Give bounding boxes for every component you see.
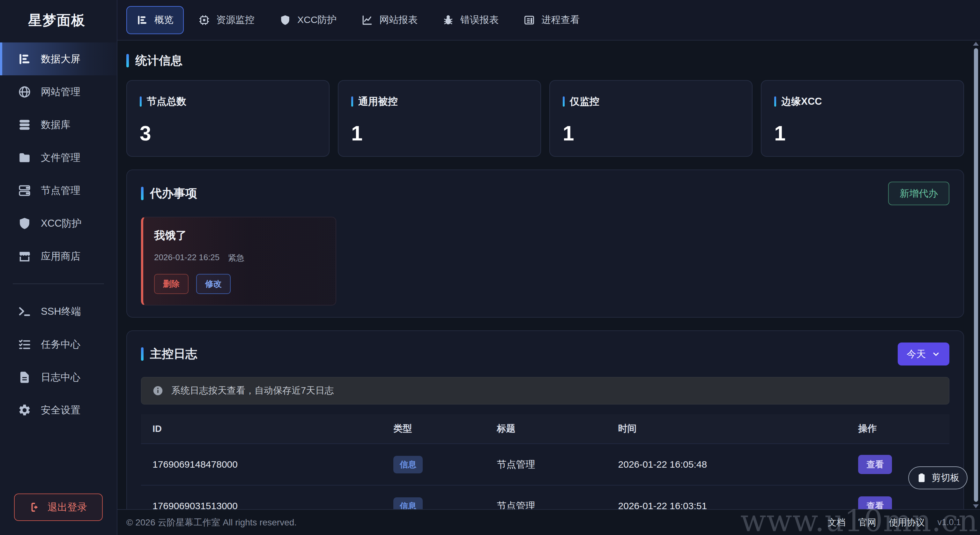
column-header-id: ID <box>141 414 382 444</box>
chevron-down-icon <box>932 350 940 358</box>
scrollbar <box>973 42 979 508</box>
notice-text: 系统日志按天查看，自动保存近7天日志 <box>171 384 334 397</box>
logout-button[interactable]: 退出登录 <box>14 493 103 521</box>
stat-card-edge-xcc: 边缘XCC 1 <box>761 80 964 157</box>
clipboard-button[interactable]: 剪切板 <box>908 466 967 489</box>
log-type-badge: 信息 <box>393 456 423 473</box>
copyright-text: © 2026 云阶星幕工作室 All rights reserved. <box>126 516 297 529</box>
tab-label: XCC防护 <box>298 13 337 27</box>
logs-section-title: 主控日志 <box>141 346 197 362</box>
table-header-row: ID 类型 标题 时间 操作 <box>141 414 950 444</box>
app-logo: 星梦面板 <box>0 0 117 40</box>
sidebar-item-appstore[interactable]: 应用商店 <box>0 240 117 273</box>
logs-panel: 主控日志 今天 系统日志按天查看，自动保存近7天日志 ID 类 <box>126 331 964 509</box>
accent-bar <box>126 54 129 67</box>
sidebar-item-label: XCC防护 <box>41 217 81 230</box>
sidebar-item-label: 节点管理 <box>41 184 80 197</box>
sidebar-item-nodes[interactable]: 节点管理 <box>0 174 117 207</box>
tab-xcc-protect[interactable]: XCC防护 <box>269 6 347 34</box>
log-title: 节点管理 <box>485 444 606 485</box>
column-header-action: 操作 <box>846 414 950 444</box>
view-log-button[interactable]: 查看 <box>858 497 892 509</box>
footer: © 2026 云阶星幕工作室 All rights reserved. 文档 官… <box>118 509 980 535</box>
tasks-icon <box>18 338 31 351</box>
sidebar-item-files[interactable]: 文件管理 <box>0 141 117 174</box>
accent-bar <box>774 96 776 107</box>
stat-value: 1 <box>774 121 951 145</box>
process-list-icon <box>523 14 535 26</box>
log-id: 1769069031513000 <box>141 485 382 509</box>
tab-resource-monitor[interactable]: 资源监控 <box>188 6 265 34</box>
scroll-up-arrow[interactable] <box>973 42 979 46</box>
log-time: 2026-01-22 16:03:51 <box>607 485 847 509</box>
todo-edit-button[interactable]: 修改 <box>196 274 231 294</box>
shield-icon <box>18 217 31 230</box>
log-time: 2026-01-22 16:05:48 <box>607 444 847 485</box>
table-row: 1769069148478000 信息 节点管理 2026-01-22 16:0… <box>141 444 950 485</box>
footer-link-docs[interactable]: 文档 <box>827 516 845 529</box>
sidebar-item-label: 任务中心 <box>41 338 80 351</box>
stat-label: 节点总数 <box>147 95 186 108</box>
log-day-filter-dropdown[interactable]: 今天 <box>898 343 950 366</box>
tab-overview[interactable]: 概览 <box>126 6 184 34</box>
sidebar-item-xcc[interactable]: XCC防护 <box>0 207 117 240</box>
stat-card-total-nodes: 节点总数 3 <box>126 80 329 157</box>
gear-icon <box>18 404 31 417</box>
sidebar-item-ssh[interactable]: SSH终端 <box>0 295 117 328</box>
sidebar-item-logs[interactable]: 日志中心 <box>0 361 117 394</box>
chart-bars-icon <box>137 14 148 26</box>
stat-label: 边缘XCC <box>781 95 822 108</box>
sidebar-menu: 数据大屏 网站管理 数据库 文件管理 节点管理 XCC防护 <box>0 40 117 493</box>
sidebar-divider <box>13 283 104 284</box>
log-title: 节点管理 <box>485 485 606 509</box>
tab-label: 错误报表 <box>460 13 499 27</box>
sidebar-item-tasks[interactable]: 任务中心 <box>0 328 117 361</box>
tab-process-view[interactable]: 进程查看 <box>513 6 590 34</box>
main-content: 统计信息 节点总数 3 通用被控 1 仅监控 1 边缘XCC 1 <box>118 40 980 509</box>
globe-icon <box>18 85 31 99</box>
scrollbar-thumb[interactable] <box>974 48 978 502</box>
sidebar-item-label: 数据大屏 <box>41 52 80 66</box>
sidebar-item-data-screen[interactable]: 数据大屏 <box>0 42 117 75</box>
todo-title: 我饿了 <box>154 228 325 243</box>
stat-label: 仅监控 <box>570 95 600 108</box>
store-icon <box>18 250 31 263</box>
footer-link-official-site[interactable]: 官网 <box>858 516 876 529</box>
footer-link-agreement[interactable]: 使用协议 <box>889 516 924 529</box>
stat-card-monitor-only: 仅监控 1 <box>549 80 752 157</box>
accent-bar <box>141 187 143 200</box>
sidebar: 星梦面板 数据大屏 网站管理 数据库 文件管理 节点管理 <box>0 0 118 535</box>
stat-value: 1 <box>351 121 528 145</box>
sidebar-item-label: SSH终端 <box>41 305 81 318</box>
log-id: 1769069148478000 <box>141 444 382 485</box>
stat-value: 3 <box>140 121 316 145</box>
column-header-title: 标题 <box>485 414 606 444</box>
filter-label: 今天 <box>907 348 926 361</box>
terminal-icon <box>18 305 31 318</box>
database-icon <box>18 118 31 131</box>
sidebar-item-websites[interactable]: 网站管理 <box>0 75 117 108</box>
sidebar-item-label: 文件管理 <box>41 151 80 164</box>
stat-value: 1 <box>563 121 739 145</box>
todo-delete-button[interactable]: 删除 <box>154 274 189 294</box>
accent-bar <box>141 347 143 361</box>
clipboard-icon <box>916 473 927 483</box>
log-notice-banner: 系统日志按天查看，自动保存近7天日志 <box>141 377 950 404</box>
tab-label: 资源监控 <box>216 13 255 27</box>
table-row: 1769069031513000 信息 节点管理 2026-01-22 16:0… <box>141 485 950 509</box>
scroll-down-arrow[interactable] <box>973 505 979 508</box>
accent-bar <box>351 96 353 107</box>
tab-site-report[interactable]: 网站报表 <box>351 6 428 34</box>
logout-label: 退出登录 <box>48 500 87 514</box>
stat-cards: 节点总数 3 通用被控 1 仅监控 1 边缘XCC 1 <box>126 80 964 157</box>
tab-error-report[interactable]: 错误报表 <box>432 6 509 34</box>
sidebar-item-label: 网站管理 <box>41 85 80 99</box>
main-column: 概览 资源监控 XCC防护 网站报表 错误报表 进程查看 <box>118 0 980 535</box>
sidebar-item-database[interactable]: 数据库 <box>0 108 117 141</box>
view-log-button[interactable]: 查看 <box>858 455 892 474</box>
add-todo-button[interactable]: 新增代办 <box>888 182 950 205</box>
log-table: ID 类型 标题 时间 操作 1769069148478000 信息 节点管理 <box>141 414 950 509</box>
sidebar-item-label: 数据库 <box>41 118 70 131</box>
sidebar-item-security[interactable]: 安全设置 <box>0 394 117 426</box>
todo-priority: 紧急 <box>228 252 244 264</box>
